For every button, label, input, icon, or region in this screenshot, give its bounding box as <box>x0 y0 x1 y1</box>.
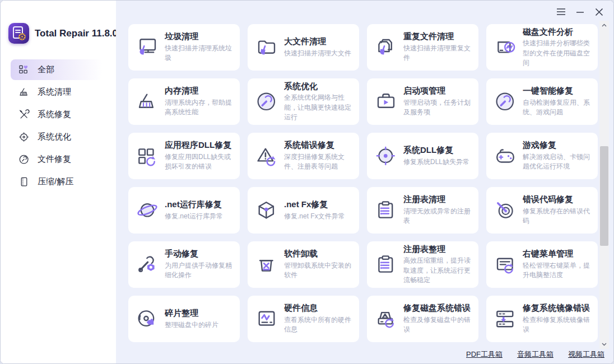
tool-card-title: 修复磁盘系统错误 <box>403 303 474 314</box>
circle-wrench-icon <box>494 90 517 114</box>
tool-card-title: .net运行库修复 <box>165 199 223 210</box>
app-title: Total Repair 11.8.0 <box>35 28 118 39</box>
tool-card-title: 硬件信息 <box>284 303 355 314</box>
sidebar-item-grid-heart[interactable]: 全部 <box>11 59 103 80</box>
tool-card-text: 应用程序DLL修复修复应用因DLL缺失或损坏引发的错误 <box>165 140 235 172</box>
tool-card[interactable]: 大文件清理快速扫描并清理大文件 <box>248 24 359 71</box>
tool-card-description: 快速扫描并清理大文件 <box>284 49 351 58</box>
tool-card[interactable]: 系统优化全系统优化网络与性能，让电脑更快速稳定运行 <box>248 78 359 125</box>
warning-refresh-icon <box>255 144 278 168</box>
tool-card[interactable]: .net Fx修复修复.net Fx文件异常 <box>248 187 359 234</box>
tool-card[interactable]: 内存清理清理系统内存，帮助提高系统性能 <box>128 78 240 125</box>
tool-card-description: 修复系统存在的错误代码 <box>523 207 593 226</box>
tool-card[interactable]: 应用程序DLL修复修复应用因DLL缺失或损坏引发的错误 <box>128 133 240 179</box>
tool-card-text: 注册表清理清理无效或异常的注册表 <box>403 194 474 226</box>
menu-refresh-icon <box>494 253 517 277</box>
tool-card-description: 检查和修复系统镜像错误 <box>523 315 593 335</box>
tool-card-description: 轻松管理右键菜单，提升电脑整洁度 <box>523 261 593 281</box>
footer-toolbox-links: PDF工具箱音频工具箱视频工具箱 <box>466 349 604 360</box>
sidebar-item-broom-side[interactable]: 系统清理 <box>11 82 103 102</box>
scroll-up-arrow-icon[interactable] <box>599 21 609 30</box>
tool-card-text: 错误代码修复修复系统存在的错误代码 <box>523 194 593 226</box>
tool-card[interactable]: 游戏修复解决游戏启动、卡顿问题优化运行环境 <box>486 133 598 179</box>
tool-card[interactable]: 修复系统镜像错误检查和修复系统镜像错误 <box>486 296 598 342</box>
image-restore-icon <box>494 307 517 331</box>
tool-card[interactable]: 碎片整理整理磁盘中的碎片 <box>128 296 240 342</box>
scroll-down-arrow-icon[interactable] <box>599 340 609 349</box>
footer-link[interactable]: 视频工具箱 <box>568 349 604 360</box>
tool-card[interactable]: 系统DLL修复修复系统DLL缺失异常 <box>367 133 478 179</box>
tool-card[interactable]: .net运行库修复修复.net运行库异常 <box>128 187 240 234</box>
tool-card-text: 注册表整理高效压缩重组，提升读取速度，让系统运行更流畅稳定 <box>403 244 474 286</box>
sidebar-item-target-side[interactable]: 系统优化 <box>11 127 103 147</box>
disk-analyze-icon <box>494 36 517 59</box>
tool-card-text: 软件卸载管理卸载系统中安装的软件 <box>284 249 355 281</box>
tool-card-title: 内存清理 <box>165 86 235 96</box>
menu-button[interactable] <box>555 7 566 18</box>
tool-card[interactable]: 手动修复为用户提供手动修复精细化操作 <box>128 241 240 288</box>
sidebar-item-file-repair[interactable]: 文件修复 <box>11 149 103 170</box>
tool-card[interactable]: 注册表整理高效压缩重组，提升读取速度，让系统运行更流畅稳定 <box>367 241 478 288</box>
tool-card-description: 清理系统内存，帮助提高系统性能 <box>165 98 235 118</box>
minimize-button[interactable] <box>574 7 585 18</box>
vertical-scrollbar[interactable] <box>599 21 609 349</box>
sidebar-item-label: 系统优化 <box>38 132 71 142</box>
sidebar-nav: 全部系统清理系统修复系统优化文件修复压缩/解压 <box>1 59 116 192</box>
footer-link[interactable]: PDF工具箱 <box>466 349 503 360</box>
main-area: 垃圾清理快速扫描并清理系统垃圾大文件清理快速扫描并清理大文件重复文件清理快速扫描… <box>116 1 613 363</box>
tool-card-text: 碎片整理整理磁盘中的碎片 <box>165 308 218 330</box>
tool-card[interactable]: 系统错误修复深度扫描修复系统文件、注册表等问题 <box>248 133 359 179</box>
tool-card-description: 修复.net运行库异常 <box>165 212 223 221</box>
tool-card-title: 系统优化 <box>284 81 355 92</box>
tool-card[interactable]: 错误代码修复修复系统存在的错误代码 <box>486 187 598 234</box>
tool-card[interactable]: 一键智能修复自动检测修复应用、系统、游戏问题 <box>486 78 598 125</box>
tool-card-title: 大文件清理 <box>284 36 351 47</box>
tool-card-title: 垃圾清理 <box>165 31 235 42</box>
sidebar-item-zip[interactable]: 压缩/解压 <box>11 171 103 192</box>
tool-card-text: 大文件清理快速扫描并清理大文件 <box>284 36 351 58</box>
close-button[interactable] <box>593 7 604 18</box>
tool-card[interactable]: 注册表清理清理无效或异常的注册表 <box>367 187 478 234</box>
wrench-gear-icon <box>136 253 159 277</box>
tool-card[interactable]: 重复文件清理快速扫描并清理重复文件 <box>367 24 478 71</box>
app-window: Total Repair 11.8.0 全部系统清理系统修复系统优化文件修复压缩… <box>0 0 614 364</box>
tool-card-description: 清理无效或异常的注册表 <box>403 207 474 226</box>
sidebar-item-label: 系统修复 <box>38 109 71 120</box>
tool-card[interactable]: 修复磁盘系统错误检查及修复磁盘中的错误 <box>367 296 478 342</box>
sidebar-item-tools[interactable]: 系统修复 <box>11 104 103 125</box>
tool-card-description: 管理启动项，任务计划及服务项 <box>403 98 474 118</box>
squares-refresh-icon <box>136 144 159 168</box>
tool-card[interactable]: 右键菜单管理轻松管理右键菜单，提升电脑整洁度 <box>486 241 598 288</box>
tool-card[interactable]: 垃圾清理快速扫描并清理系统垃圾 <box>128 24 240 71</box>
tool-card-description: 为用户提供手动修复精细化操作 <box>165 261 235 281</box>
sidebar-item-label: 全部 <box>38 64 54 75</box>
circle-wrench-icon <box>255 90 278 114</box>
broom-icon <box>136 90 159 114</box>
tool-card-text: 修复磁盘系统错误检查及修复磁盘中的错误 <box>403 303 474 335</box>
tool-card[interactable]: 启动项管理管理启动项，任务计划及服务项 <box>367 78 478 125</box>
scrollbar-thumb[interactable] <box>600 146 608 246</box>
tool-card-title: 系统错误修复 <box>284 140 355 151</box>
tool-card-title: 软件卸载 <box>284 249 355 259</box>
tool-card-text: 内存清理清理系统内存，帮助提高系统性能 <box>165 86 235 118</box>
tool-card-text: .net Fx修复修复.net Fx文件异常 <box>284 199 345 221</box>
tool-card[interactable]: 硬件信息查看系统中所有的硬件信息 <box>248 296 359 342</box>
monitor-wave-icon <box>255 307 278 331</box>
footer-link[interactable]: 音频工具箱 <box>517 349 553 360</box>
tool-card-text: 垃圾清理快速扫描并清理系统垃圾 <box>165 31 235 63</box>
tool-card-title: .net Fx修复 <box>284 199 345 210</box>
app-logo-row: Total Repair 11.8.0 <box>8 23 116 44</box>
tool-card-title: 磁盘文件分析 <box>523 27 593 38</box>
tool-card-text: 系统优化全系统优化网络与性能，让电脑更快速稳定运行 <box>284 81 355 123</box>
clipboard-list-icon <box>374 253 398 277</box>
tool-card-title: 一键智能修复 <box>523 86 593 96</box>
hamburger-icon <box>556 8 566 18</box>
planet-icon <box>136 199 159 222</box>
tool-card-title: 右键菜单管理 <box>523 249 593 259</box>
tool-card[interactable]: 软件卸载管理卸载系统中安装的软件 <box>248 241 359 288</box>
tool-card[interactable]: 磁盘文件分析快速扫描并分析哪些类型的文件在使用磁盘空间 <box>486 24 598 71</box>
tool-card-description: 检查及修复磁盘中的错误 <box>403 315 474 335</box>
grid-heart-icon <box>18 64 30 76</box>
files-broom-icon <box>374 36 398 59</box>
tool-card-text: 一键智能修复自动检测修复应用、系统、游戏问题 <box>523 86 593 118</box>
